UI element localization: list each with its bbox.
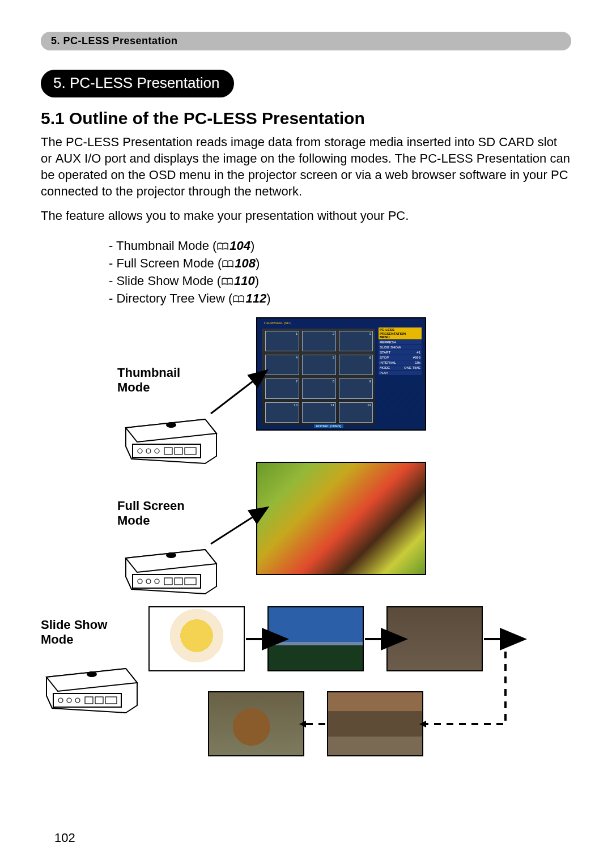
paragraph-2: The feature allows you to make your pres…	[41, 207, 571, 224]
breadcrumb: 5. PC-LESS Presentation	[41, 32, 571, 50]
book-icon	[217, 242, 228, 250]
slide-thumb	[267, 606, 364, 671]
slide-thumb	[327, 691, 423, 756]
thumb-grid: 123456789101112	[262, 329, 375, 425]
body-text: The PC-LESS Presentation reads image dat…	[41, 134, 571, 224]
mode-row: - Thumbnail Mode (104)	[109, 237, 571, 255]
label-slideshow: Slide ShowMode	[41, 618, 107, 646]
thumb-menu-row: MODEONE TIME	[379, 365, 422, 370]
aux-io-text: AUX I/O	[56, 151, 101, 165]
thumb-menu-row: SLIDE SHOW	[379, 345, 422, 350]
thumb-cell: 9	[339, 378, 373, 399]
projector-illustration	[120, 533, 222, 601]
label-fullscreen: Full ScreenMode	[117, 499, 185, 527]
thumb-cell: 1	[265, 331, 299, 351]
thumb-cell: 4	[265, 355, 299, 375]
slide-thumb	[386, 606, 483, 671]
chapter-pill: 5. PC-LESS Presentation	[41, 70, 234, 97]
page-number: 102	[54, 831, 75, 845]
projector-illustration	[120, 402, 222, 470]
thumb-cell: 12	[339, 402, 373, 423]
thumb-cell: 5	[302, 355, 336, 375]
mode-row: - Full Screen Mode (108)	[109, 255, 571, 273]
thumb-title: THUMBNAIL [SD:]	[262, 321, 293, 325]
slide-thumb	[208, 691, 304, 756]
thumb-cell: 11	[302, 402, 336, 423]
thumb-cell: 7	[265, 378, 299, 399]
para1-post: port and displays the image on the follo…	[41, 151, 570, 198]
thumb-cell: 6	[339, 355, 373, 375]
slide-thumb	[148, 606, 245, 671]
fullscreen-image	[256, 462, 426, 575]
thumb-menu: PC-LESS PRESENTATION MENU REFRESHSLIDE S…	[379, 327, 422, 375]
thumb-menu-row: STOP#999	[379, 355, 422, 360]
thumb-cell: 10	[265, 402, 299, 423]
section-heading: 5.1 Outline of the PC-LESS Presentation	[41, 109, 571, 128]
thumb-enter: ENTER: [OPEN]	[314, 424, 343, 428]
thumb-menu-header-line: MENU	[380, 335, 420, 339]
mode-list: - Thumbnail Mode (104) - Full Screen Mod…	[109, 237, 571, 307]
label-thumbnail: ThumbnailMode	[117, 365, 180, 394]
thumb-menu-row: REFRESH	[379, 340, 422, 344]
paragraph-1: The PC-LESS Presentation reads image dat…	[41, 134, 571, 199]
thumb-menu-rows: REFRESHSLIDE SHOWSTART#1STOP#999INTERVAL…	[379, 340, 422, 375]
thumb-cell: 8	[302, 378, 336, 399]
thumb-cell: 2	[302, 331, 336, 351]
thumb-menu-row: INTERVAL10s	[379, 360, 422, 365]
book-icon	[222, 278, 233, 286]
thumbnail-screen: THUMBNAIL [SD:] 123456789101112 PC-LESS …	[256, 317, 426, 431]
thumb-menu-row: PLAY	[379, 371, 422, 375]
book-icon	[222, 260, 233, 268]
breadcrumb-text: 5. PC-LESS Presentation	[51, 35, 178, 46]
diagram: ThumbnailMode Full ScreenMode Slide Show…	[41, 317, 571, 844]
book-icon	[233, 295, 244, 303]
projector-illustration	[41, 652, 143, 720]
thumb-menu-row: START#1	[379, 350, 422, 355]
mode-row: - Slide Show Mode (110)	[109, 273, 571, 290]
thumb-menu-header: PC-LESS PRESENTATION MENU	[379, 327, 422, 339]
mode-row: - Directory Tree View (112)	[109, 290, 571, 308]
thumb-cell: 3	[339, 331, 373, 351]
